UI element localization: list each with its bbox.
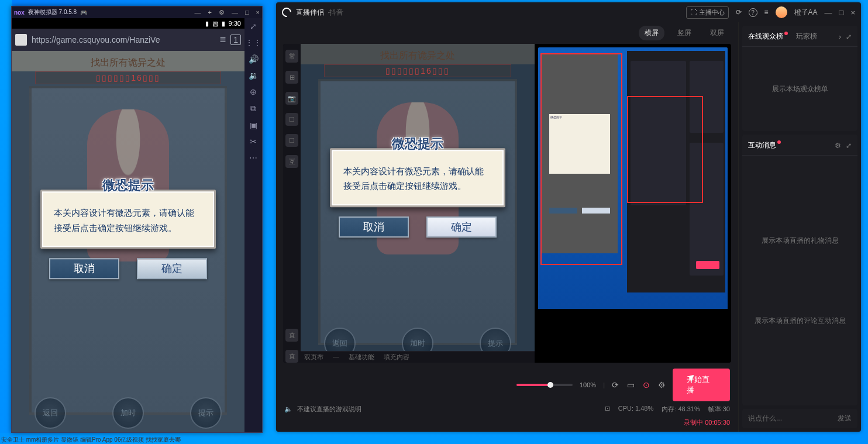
inner-tab-1[interactable]: — <box>333 353 339 362</box>
chat-input[interactable]: 说点什么... 发送 <box>742 409 857 428</box>
messages-header: 互动消息 ⚙ ⤢ <box>742 135 857 156</box>
hint-text[interactable]: 不建议直播的游戏说明 <box>297 405 361 414</box>
anchor-center-link[interactable]: ⛶ 主播中心 <box>686 6 728 19</box>
maximize-button[interactable]: □ <box>839 8 844 17</box>
orientation-tabs: 横屏 竖屏 双屏 <box>276 22 738 44</box>
mini-btns <box>549 208 610 214</box>
tab-players[interactable]: 玩家榜 <box>796 32 817 42</box>
ctrl-icon-2[interactable]: ⊙ <box>643 380 650 390</box>
mem-stat: 内存: 48.31% <box>662 405 700 414</box>
source-item-4[interactable]: ☐ <box>285 134 298 147</box>
nox-ctrl-5[interactable]: □ <box>245 9 249 16</box>
inner-tab-3[interactable]: 填充内容 <box>384 353 409 362</box>
start-stream-button[interactable]: 开始直播 <box>673 369 730 401</box>
tabs-count-icon[interactable]: 1 <box>230 35 241 45</box>
side-icon-4[interactable]: ⊕ <box>250 87 257 97</box>
nosim-icon: ▧ <box>212 20 218 27</box>
side-icon-2[interactable]: 🔊 <box>249 54 259 64</box>
cancel-button[interactable]: 取消 <box>49 258 119 279</box>
inner-tab-0[interactable]: 双页布 <box>304 353 323 362</box>
minimize-button[interactable]: — <box>825 8 832 17</box>
nox-ctrl-6[interactable]: × <box>256 9 260 16</box>
inner-popup-title: 微恐提示 <box>392 135 443 153</box>
nox-titlebar[interactable]: nox 夜神模拟器 7.0.5.8 🎮 — + ⚙ — □ × <box>12 6 262 18</box>
browser-urlbar[interactable]: https://game.csquyou.com/HanziVe ≡ 1 <box>12 29 244 51</box>
close-button[interactable]: × <box>850 8 855 17</box>
game-bottom-bar: 返回 加时 提示 <box>12 397 244 429</box>
refresh-icon[interactable]: ⟳ <box>736 8 742 16</box>
inner-popup-body: 本关内容设计有微恐元素，请确认能接受后点击确定按钮继续游戏。 <box>330 148 505 207</box>
stream-title-text: 直播伴侣 <box>296 8 324 18</box>
inner-tab-2[interactable]: 基础功能 <box>349 353 374 362</box>
help-icon[interactable]: ? <box>749 8 757 17</box>
ctrl-icon-1[interactable]: ▭ <box>627 380 635 390</box>
stats-monitor-icon: ⊡ <box>605 405 610 414</box>
hint-round-button[interactable]: 提示 <box>190 397 222 429</box>
side-icon-0[interactable]: ⤢ <box>250 22 257 31</box>
gear-icon[interactable]: ⚙ <box>835 142 841 150</box>
popout-icon[interactable]: ⤢ <box>846 33 852 41</box>
mini-desktop: 微恐提示 <box>538 47 728 316</box>
tab-landscape[interactable]: 横屏 <box>639 26 664 40</box>
tab-dual[interactable]: 双屏 <box>704 26 730 40</box>
preview-canvas[interactable]: 常 ⊞ 📷 ☐ ☐ 互 直 直 找出所有诡异之处 ▯▯▯▯▯▯16▯▯▯ <box>283 44 731 363</box>
cpu-stat: CPU: 1.48% <box>618 405 654 414</box>
popup-title: 微恐提示 <box>102 177 154 194</box>
tab-online-viewers[interactable]: 在线观众榜 <box>748 32 788 42</box>
ctrl-icon-0[interactable]: ⟳ <box>612 380 619 390</box>
nox-ctrl-1[interactable]: — <box>194 9 201 16</box>
back-round-button[interactable]: 返回 <box>35 397 66 429</box>
gifts-placeholder: 展示本场直播的礼物消息 <box>762 236 839 246</box>
send-button[interactable]: 发送 <box>838 414 852 424</box>
side-icon-8[interactable]: ⋯ <box>249 153 257 163</box>
time-round-button[interactable]: 加时 <box>112 397 144 429</box>
side-icon-6[interactable]: ▣ <box>250 121 257 130</box>
tab-portrait[interactable]: 竖屏 <box>671 26 697 40</box>
zoom-slider[interactable] <box>516 384 573 386</box>
stream-titlebar[interactable]: 直播伴侣 ·抖音 ⛶ 主播中心 ⟳ ? ≡ 橙子AA — □ × <box>276 2 861 22</box>
source-item-5[interactable]: 互 <box>285 155 298 168</box>
nox-window: nox 夜神模拟器 7.0.5.8 🎮 — + ⚙ — □ × ▮ ▧ ▮ 9:… <box>11 6 263 433</box>
user-avatar[interactable] <box>776 6 787 18</box>
nox-ctrl-3[interactable]: ⚙ <box>219 9 225 16</box>
source-item-1[interactable]: ⊞ <box>285 71 298 84</box>
source-item-7[interactable]: 直 <box>285 350 298 363</box>
mini-start-btn <box>696 261 719 269</box>
stream-companion-window: 直播伴侣 ·抖音 ⛶ 主播中心 ⟳ ? ≡ 橙子AA — □ × 横屏 竖屏 双… <box>276 2 861 432</box>
source-item-2[interactable]: 📷 <box>285 92 298 105</box>
stats: ⊡ CPU: 1.48% 内存: 48.31% 帧率:30 <box>605 405 730 414</box>
confirm-button[interactable]: 确定 <box>137 258 207 279</box>
desktop-left-column <box>0 0 12 433</box>
hamburger-icon[interactable]: ≡ <box>220 34 226 46</box>
popout-icon-2[interactable]: ⤢ <box>846 142 852 150</box>
inner-cancel-button[interactable]: 取消 <box>339 216 409 238</box>
inner-confirm-button[interactable]: 确定 <box>426 216 497 238</box>
inner-game-source[interactable]: 找出所有诡异之处 ▯▯▯▯▯▯16▯▯▯ 微恐提示 本关内容设计有微恐元素，请确… <box>301 44 535 363</box>
speaker-icon[interactable]: 🔈 <box>284 405 292 413</box>
android-statusbar: ▮ ▧ ▮ 9:30 <box>12 18 244 29</box>
messages-body: 展示本场直播的礼物消息 展示本场直播的评论互动消息 <box>742 156 857 405</box>
nox-logo: nox <box>14 9 25 16</box>
side-icon-1[interactable]: ⋮⋮ <box>245 38 261 47</box>
nox-window-controls: — + ⚙ — □ × <box>194 9 260 16</box>
nox-ctrl-2[interactable]: + <box>208 9 211 16</box>
screen-capture-source[interactable]: 微恐提示 <box>535 44 731 363</box>
side-icon-3[interactable]: 🔉 <box>249 71 259 80</box>
source-item-0[interactable]: 常 <box>285 50 298 63</box>
nox-title-text: 夜神模拟器 7.0.5.8 <box>28 8 77 16</box>
side-icon-7[interactable]: ✂ <box>250 137 257 146</box>
source-item-3[interactable]: ☐ <box>285 113 298 126</box>
menu-icon[interactable]: ≡ <box>764 8 769 16</box>
nox-ctrl-4[interactable]: — <box>232 9 238 16</box>
ctrl-icon-3[interactable]: ⚙ <box>658 380 666 390</box>
popup-body: 本关内容设计有微恐元素，请确认能接受后点击确定按钮继续游戏。 <box>40 190 216 249</box>
battery-icon: ▮ <box>222 20 225 27</box>
source-item-6[interactable]: 直 <box>285 329 298 342</box>
side-icon-5[interactable]: ⧉ <box>250 104 256 113</box>
chevron-right-icon[interactable]: › <box>839 33 841 41</box>
recording-row: 录制中 00:05:30 <box>276 418 738 432</box>
signal-icon: ▮ <box>205 20 209 27</box>
start-stream-label: 开始直播 <box>687 375 709 394</box>
mini-taskbar <box>538 309 728 316</box>
nox-side-toolbar: ⤢ ⋮⋮ 🔊 🔉 ⊕ ⧉ ▣ ✂ ⋯ <box>244 18 262 432</box>
